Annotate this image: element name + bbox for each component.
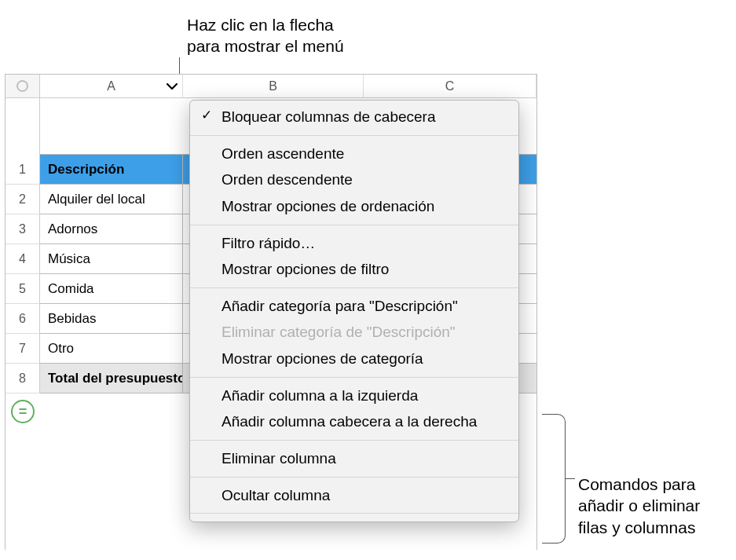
column-header-b[interactable]: B	[183, 75, 364, 98]
callout-right-text-1: Comandos para	[578, 474, 700, 495]
menu-filter-options[interactable]: Mostrar opciones de filtro	[190, 256, 518, 283]
callout-right-connector	[566, 478, 575, 479]
cell-a5[interactable]: Comida	[40, 274, 183, 303]
row-header-8[interactable]: 8	[5, 364, 40, 393]
menu-category-options[interactable]: Mostrar opciones de categoría	[190, 346, 518, 372]
footer-cell-total[interactable]: Total del presupuesto	[40, 364, 183, 393]
equals-icon: =	[19, 404, 27, 420]
checkmark-icon: ✓	[201, 107, 212, 125]
row-header-4[interactable]: 4	[5, 244, 40, 274]
menu-add-category[interactable]: Añadir categoría para "Descripción"	[190, 293, 518, 320]
menu-separator	[190, 440, 518, 441]
menu-remove-category: Eliminar categoría de "Descripción"	[190, 319, 518, 346]
select-all-circle-icon	[16, 80, 28, 92]
row-header-6[interactable]: 6	[5, 304, 40, 334]
row-header-spacer	[5, 98, 40, 155]
callout-top-text-2: para mostrar el menú	[187, 35, 344, 57]
callout-right-text-2: añadir o eliminar	[578, 495, 700, 516]
menu-delete-column[interactable]: Eliminar columna	[190, 445, 518, 472]
formula-button[interactable]: =	[11, 400, 35, 423]
menu-separator	[190, 287, 518, 288]
row-header-3[interactable]: 3	[5, 214, 40, 244]
column-b-label: B	[269, 79, 277, 93]
row-headers: 1 2 3 4 5 6 7 8 =	[5, 98, 40, 423]
menu-separator	[190, 477, 518, 478]
menu-separator	[190, 377, 518, 378]
callout-top-text-1: Haz clic en la flecha	[187, 14, 344, 35]
menu-add-column-right[interactable]: Añadir columna cabecera a la derecha	[190, 408, 518, 435]
menu-sort-options[interactable]: Mostrar opciones de ordenación	[190, 193, 518, 220]
menu-separator	[190, 513, 518, 514]
header-cell-descripcion[interactable]: Descripción	[40, 155, 183, 184]
callout-right: Comandos para añadir o eliminar filas y …	[578, 474, 700, 538]
chevron-down-icon[interactable]	[167, 79, 178, 93]
table-corner-handle[interactable]	[5, 75, 40, 98]
column-header-a[interactable]: A	[40, 75, 183, 98]
row-header-1[interactable]: 1	[5, 155, 40, 185]
menu-sort-descending[interactable]: Orden descendente	[190, 167, 518, 193]
column-c-label: C	[445, 79, 455, 93]
menu-lock-header-columns[interactable]: ✓ Bloquear columnas de cabecera	[190, 104, 518, 130]
cell-a4[interactable]: Música	[40, 244, 183, 273]
column-headers: A B C	[40, 75, 536, 98]
callout-right-text-3: filas y columnas	[578, 517, 700, 538]
row-header-5[interactable]: 5	[5, 274, 40, 304]
callout-top: Haz clic en la flecha para mostrar el me…	[187, 14, 344, 57]
menu-separator	[190, 135, 518, 136]
row-header-2[interactable]: 2	[5, 185, 40, 214]
cell-a7[interactable]: Otro	[40, 334, 183, 363]
menu-sort-ascending[interactable]: Orden ascendente	[190, 141, 518, 167]
row-header-7[interactable]: 7	[5, 334, 40, 364]
column-header-c[interactable]: C	[364, 75, 536, 98]
menu-hide-column[interactable]: Ocultar columna	[190, 482, 518, 509]
callout-right-bracket	[542, 414, 566, 544]
menu-separator	[190, 225, 518, 225]
cell-a6[interactable]: Bebidas	[40, 304, 183, 333]
column-context-menu: ✓ Bloquear columnas de cabecera Orden as…	[189, 100, 519, 522]
menu-add-column-left[interactable]: Añadir columna a la izquierda	[190, 382, 518, 409]
column-a-label: A	[107, 79, 115, 93]
menu-quick-filter[interactable]: Filtro rápido…	[190, 230, 518, 257]
cell-a3[interactable]: Adornos	[40, 214, 183, 243]
cell-a2[interactable]: Alquiler del local	[40, 185, 183, 214]
